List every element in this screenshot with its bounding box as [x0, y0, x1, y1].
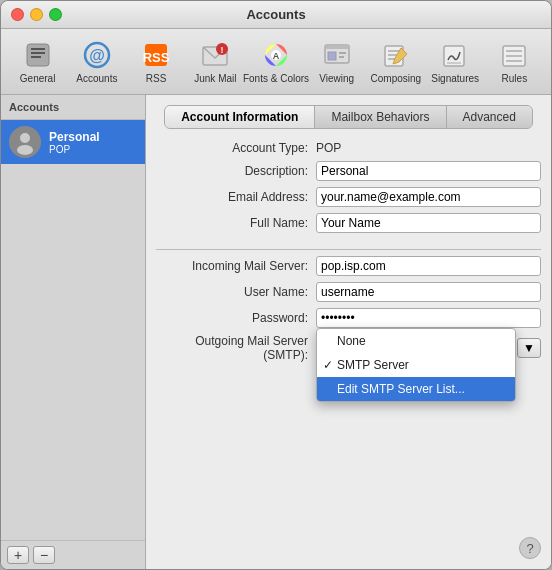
- account-type-label: Account Type:: [156, 141, 316, 155]
- outgoing-server-button[interactable]: ▼: [517, 338, 541, 358]
- toolbar: General @ Accounts RSS RSS: [1, 29, 551, 95]
- fullname-label: Full Name:: [156, 216, 316, 230]
- svg-rect-3: [31, 56, 41, 58]
- help-button[interactable]: ?: [519, 537, 541, 559]
- account-type-value: POP: [316, 141, 341, 155]
- incoming-server-input[interactable]: [316, 256, 541, 276]
- description-label: Description:: [156, 164, 316, 178]
- accounts-label: Accounts: [76, 73, 117, 84]
- window: Accounts General @ Accou: [0, 0, 552, 570]
- rss-icon: RSS: [140, 39, 172, 71]
- account-type: POP: [49, 144, 100, 155]
- account-name: Personal: [49, 130, 100, 144]
- svg-rect-18: [339, 56, 344, 58]
- username-row: User Name:: [156, 282, 541, 302]
- password-label: Password:: [156, 311, 316, 325]
- form-separator: [156, 249, 541, 250]
- rules-label: Rules: [502, 73, 528, 84]
- dropdown-item-edit-smtp[interactable]: Edit SMTP Server List...: [317, 377, 515, 401]
- tab-bar: Account Information Mailbox Behaviors Ad…: [164, 105, 533, 129]
- tab-mailbox-behaviors[interactable]: Mailbox Behaviors: [315, 106, 446, 128]
- general-label: General: [20, 73, 56, 84]
- content-panel: Account Information Mailbox Behaviors Ad…: [146, 95, 551, 569]
- username-label: User Name:: [156, 285, 316, 299]
- maximize-button[interactable]: [49, 8, 62, 21]
- incoming-server-row: Incoming Mail Server:: [156, 256, 541, 276]
- toolbar-item-rules[interactable]: Rules: [486, 35, 543, 88]
- svg-rect-17: [339, 52, 346, 54]
- password-row: Password: None SMTP Server: [156, 308, 541, 328]
- svg-rect-1: [31, 48, 45, 50]
- main-area: Accounts Personal POP: [1, 95, 551, 569]
- remove-account-button[interactable]: −: [33, 546, 55, 564]
- toolbar-item-signatures[interactable]: Signatures: [427, 35, 484, 88]
- signatures-icon: [439, 39, 471, 71]
- fullname-input[interactable]: [316, 213, 541, 233]
- account-form-section1: Account Type: POP Description: Email Add…: [156, 141, 541, 233]
- dropdown-item-none[interactable]: None: [317, 329, 515, 353]
- close-button[interactable]: [11, 8, 24, 21]
- toolbar-item-general[interactable]: General: [9, 35, 66, 88]
- toolbar-item-junk-mail[interactable]: ! Junk Mail: [187, 35, 244, 88]
- traffic-lights: [11, 8, 62, 21]
- email-input[interactable]: [316, 187, 541, 207]
- toolbar-item-viewing[interactable]: Viewing: [308, 35, 365, 88]
- sidebar-list: Personal POP: [1, 120, 145, 540]
- toolbar-item-fonts-colors[interactable]: A Fonts & Colors: [246, 35, 306, 88]
- username-input[interactable]: [316, 282, 541, 302]
- sidebar-header: Accounts: [1, 95, 145, 120]
- svg-rect-16: [328, 52, 336, 60]
- password-input[interactable]: [316, 308, 541, 328]
- sidebar-item-personal[interactable]: Personal POP: [1, 120, 145, 164]
- email-row: Email Address:: [156, 187, 541, 207]
- description-input[interactable]: [316, 161, 541, 181]
- toolbar-item-accounts[interactable]: @ Accounts: [68, 35, 125, 88]
- signatures-label: Signatures: [431, 73, 479, 84]
- svg-text:RSS: RSS: [143, 50, 170, 65]
- accounts-icon: @: [81, 39, 113, 71]
- toolbar-item-rss[interactable]: RSS RSS: [128, 35, 185, 88]
- junk-mail-icon: !: [199, 39, 231, 71]
- svg-rect-2: [31, 52, 45, 54]
- viewing-icon: [321, 39, 353, 71]
- account-info: Personal POP: [49, 130, 100, 155]
- tab-account-information[interactable]: Account Information: [165, 106, 315, 128]
- fullname-row: Full Name:: [156, 213, 541, 233]
- account-type-row: Account Type: POP: [156, 141, 541, 155]
- composing-label: Composing: [371, 73, 422, 84]
- password-container: None SMTP Server Edit SMTP Server List..…: [316, 308, 541, 328]
- incoming-server-label: Incoming Mail Server:: [156, 259, 316, 273]
- fonts-colors-label: Fonts & Colors: [243, 73, 309, 84]
- rules-icon: [498, 39, 530, 71]
- viewing-label: Viewing: [319, 73, 354, 84]
- toolbar-item-composing[interactable]: Composing: [367, 35, 424, 88]
- dropdown-item-smtp-server[interactable]: SMTP Server: [317, 353, 515, 377]
- fonts-colors-icon: A: [260, 39, 292, 71]
- junk-mail-label: Junk Mail: [194, 73, 236, 84]
- email-label: Email Address:: [156, 190, 316, 204]
- sidebar-footer: + −: [1, 540, 145, 569]
- add-account-button[interactable]: +: [7, 546, 29, 564]
- svg-point-30: [20, 133, 30, 143]
- description-row: Description:: [156, 161, 541, 181]
- outgoing-server-label: Outgoing Mail Server (SMTP):: [156, 334, 316, 362]
- composing-icon: [380, 39, 412, 71]
- sidebar: Accounts Personal POP: [1, 95, 146, 569]
- svg-text:!: !: [221, 45, 224, 55]
- general-icon: [22, 39, 54, 71]
- minimize-button[interactable]: [30, 8, 43, 21]
- svg-point-31: [17, 145, 33, 155]
- window-title: Accounts: [246, 7, 305, 22]
- account-form-section2: Incoming Mail Server: User Name: Passwor…: [156, 256, 541, 362]
- svg-text:@: @: [89, 47, 105, 64]
- svg-rect-15: [325, 45, 349, 49]
- tab-advanced[interactable]: Advanced: [447, 106, 532, 128]
- account-avatar: [9, 126, 41, 158]
- rss-label: RSS: [146, 73, 167, 84]
- titlebar: Accounts: [1, 1, 551, 29]
- outgoing-smtp-dropdown: None SMTP Server Edit SMTP Server List..…: [316, 328, 516, 402]
- svg-rect-0: [27, 44, 49, 66]
- svg-text:A: A: [273, 51, 280, 61]
